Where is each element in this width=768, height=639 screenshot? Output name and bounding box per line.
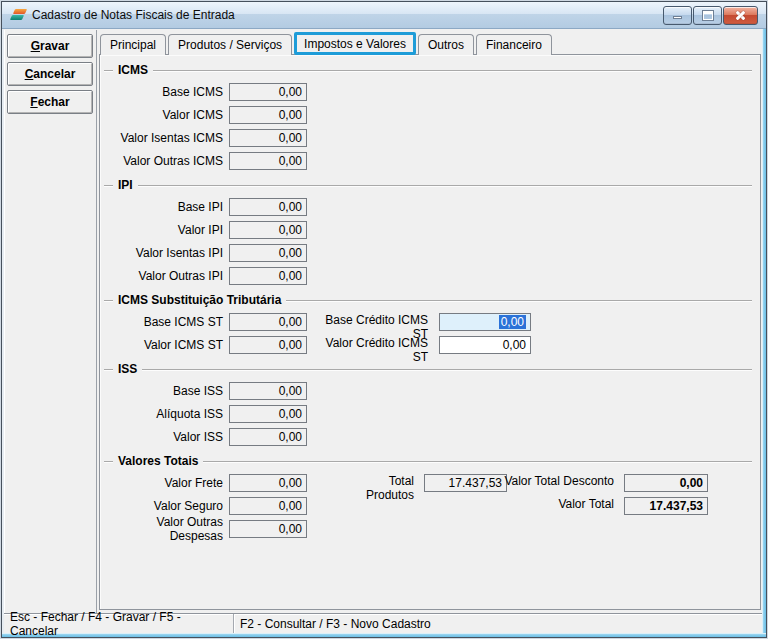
valor-total-desconto-input[interactable]: 0,00 xyxy=(624,474,708,492)
window-controls xyxy=(663,6,758,25)
valor-frete-input[interactable]: 0,00 xyxy=(229,474,307,492)
sidebar: Gravar Cancelar Fechar xyxy=(4,30,97,613)
aliquota-iss-label: Alíquota ISS xyxy=(104,407,229,421)
valor-total-desconto-label: Valor Total Desconto xyxy=(502,474,620,488)
base-ipi-label: Base IPI xyxy=(104,200,229,214)
valor-outras-icms-input[interactable]: 0,00 xyxy=(229,152,307,170)
group-ipi-caption: IPI xyxy=(104,178,752,192)
tab-financeiro[interactable]: Financeiro xyxy=(476,34,552,55)
valor-iss-input[interactable]: 0,00 xyxy=(229,428,307,446)
valor-outras-despesas-input[interactable]: 0,00 xyxy=(229,520,307,538)
group-valores-totais: Valor Frete 0,00 Total Produtos 17.437,5… xyxy=(104,474,752,538)
base-icms-st-label: Base ICMS ST xyxy=(104,315,229,329)
valor-seguro-label: Valor Seguro xyxy=(104,499,229,513)
statusbar-shortcuts-left: Esc - Fechar / F4 - Gravar / F5 - Cancel… xyxy=(4,614,234,633)
group-iss: Base ISS0,00 Alíquota ISS0,00 Valor ISS0… xyxy=(104,382,752,446)
base-icms-label: Base ICMS xyxy=(104,85,229,99)
group-ipi: Base IPI0,00 Valor IPI0,00 Valor Isentas… xyxy=(104,198,752,285)
base-iss-input[interactable]: 0,00 xyxy=(229,382,307,400)
window-content: Gravar Cancelar Fechar Principal Produto… xyxy=(4,30,762,613)
valor-icms-st-label: Valor ICMS ST xyxy=(104,338,229,352)
valor-ipi-label: Valor IPI xyxy=(104,223,229,237)
statusbar: Esc - Fechar / F4 - Gravar / F5 - Cancel… xyxy=(4,613,762,633)
minimize-button[interactable] xyxy=(663,6,692,25)
valor-icms-st-input[interactable]: 0,00 xyxy=(229,336,307,354)
group-icms-st-caption: ICMS Substituição Tributária xyxy=(104,293,752,307)
valor-seguro-input[interactable]: 0,00 xyxy=(229,497,307,515)
app-icon-orange-bar xyxy=(13,9,27,14)
maximize-icon xyxy=(703,11,713,20)
main-area: Principal Produtos / Serviços Impostos e… xyxy=(98,30,762,613)
group-icms-caption: ICMS xyxy=(104,63,752,77)
close-button[interactable] xyxy=(723,6,758,25)
valor-credito-icms-st-label: Valor Crédito ICMS ST xyxy=(314,336,434,364)
total-produtos-input[interactable]: 17.437,53 xyxy=(424,474,507,492)
tab-page-impostos-e-valores: ICMS Base ICMS0,00 Valor ICMS0,00 Valor … xyxy=(99,54,761,610)
base-icms-input[interactable]: 0,00 xyxy=(229,83,307,101)
base-iss-label: Base ISS xyxy=(104,384,229,398)
valor-isentas-ipi-label: Valor Isentas IPI xyxy=(104,246,229,260)
base-icms-st-input[interactable]: 0,00 xyxy=(229,313,307,331)
valor-isentas-icms-label: Valor Isentas ICMS xyxy=(104,131,229,145)
valor-outras-despesas-label: Valor Outras Despesas xyxy=(104,515,229,543)
valor-outras-ipi-input[interactable]: 0,00 xyxy=(229,267,307,285)
valor-isentas-ipi-input[interactable]: 0,00 xyxy=(229,244,307,262)
cancelar-button[interactable]: Cancelar xyxy=(7,62,93,86)
group-icms-st: Base ICMS ST 0,00 Base Crédito ICMS ST 0… xyxy=(104,313,752,354)
valor-outras-icms-label: Valor Outras ICMS xyxy=(104,154,229,168)
maximize-button[interactable] xyxy=(693,6,722,25)
valor-iss-label: Valor ISS xyxy=(104,430,229,444)
valor-outras-ipi-label: Valor Outras IPI xyxy=(104,269,229,283)
tab-outros[interactable]: Outros xyxy=(418,34,474,55)
fechar-button[interactable]: Fechar xyxy=(7,90,93,114)
titlebar: Cadastro de Notas Fiscais de Entrada xyxy=(2,2,766,29)
app-icon xyxy=(10,7,27,23)
valor-isentas-icms-input[interactable]: 0,00 xyxy=(229,129,307,147)
tab-impostos-e-valores[interactable]: Impostos e Valores xyxy=(294,32,416,55)
valor-icms-input[interactable]: 0,00 xyxy=(229,106,307,124)
tab-principal[interactable]: Principal xyxy=(100,34,166,55)
gravar-button[interactable]: Gravar xyxy=(7,34,93,58)
valor-ipi-input[interactable]: 0,00 xyxy=(229,221,307,239)
valor-icms-label: Valor ICMS xyxy=(104,108,229,122)
aliquota-iss-input[interactable]: 0,00 xyxy=(229,405,307,423)
group-valores-totais-caption: Valores Totais xyxy=(104,454,752,468)
tabstrip: Principal Produtos / Serviços Impostos e… xyxy=(100,32,760,55)
base-credito-icms-st-input[interactable]: 0,00 xyxy=(439,313,531,331)
group-iss-caption: ISS xyxy=(104,362,752,376)
app-icon-teal-bar xyxy=(10,15,24,20)
minimize-icon xyxy=(673,16,682,19)
valor-credito-icms-st-input[interactable]: 0,00 xyxy=(439,336,531,354)
valor-total-label: Valor Total xyxy=(502,497,620,511)
base-ipi-input[interactable]: 0,00 xyxy=(229,198,307,216)
window-border-right xyxy=(762,29,766,637)
valor-total-input[interactable]: 17.437,53 xyxy=(624,497,708,515)
window-title: Cadastro de Notas Fiscais de Entrada xyxy=(32,8,235,22)
tab-produtos-servicos[interactable]: Produtos / Serviços xyxy=(168,34,292,55)
group-icms: Base ICMS0,00 Valor ICMS0,00 Valor Isent… xyxy=(104,83,752,170)
valor-frete-label: Valor Frete xyxy=(104,476,229,490)
close-icon xyxy=(735,10,746,21)
window: Cadastro de Notas Fiscais de Entrada Gra… xyxy=(1,1,767,638)
statusbar-shortcuts-right: F2 - Consultar / F3 - Novo Cadastro xyxy=(234,614,762,633)
